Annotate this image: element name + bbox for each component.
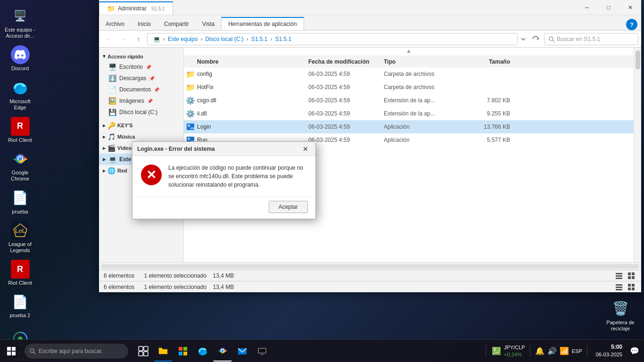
taskbar-tv[interactable] (253, 341, 272, 362)
taskbar-divider3 (587, 346, 587, 357)
dialog-overlay: Login.exe - Error del sistema ✕ ✕ La eje… (0, 0, 644, 362)
language-indicator[interactable]: ESP (572, 348, 582, 354)
svg-rect-33 (12, 352, 16, 355)
svg-line-35 (33, 352, 35, 354)
taskbar-task-view[interactable] (134, 341, 153, 362)
taskbar-chrome[interactable] (213, 341, 232, 362)
svg-rect-40 (179, 347, 182, 351)
sys-tray: 💹 JPY/CLP +0,24% 🔔 🔊 📶 ESP (492, 344, 589, 358)
notifications-icon[interactable]: 🔔 (535, 346, 545, 355)
svg-rect-41 (183, 347, 187, 351)
taskbar-clock[interactable]: 5:00 06-03-2025 (593, 343, 625, 358)
svg-rect-42 (179, 352, 182, 355)
currency-label[interactable]: JPY/CLP +0,24% (504, 344, 525, 358)
svg-rect-31 (12, 347, 16, 351)
taskbar-file-explorer[interactable] (154, 341, 173, 362)
dialog-close-button[interactable]: ✕ (300, 144, 311, 154)
svg-point-34 (30, 349, 34, 353)
svg-rect-50 (259, 349, 265, 353)
taskbar-search[interactable]: Escribe aquí para buscar. (25, 344, 128, 359)
svg-rect-32 (7, 352, 11, 355)
dialog-titlebar: Login.exe - Error del sistema ✕ (132, 142, 315, 156)
taskbar-divider (486, 346, 486, 357)
dialog-accept-button[interactable]: Aceptar (269, 201, 308, 213)
currency-indicator[interactable]: 💹 (492, 346, 501, 355)
taskbar-divider2 (530, 346, 530, 357)
network-icon[interactable]: 📶 (560, 346, 569, 355)
dialog-message: La ejecución de código no puede continua… (168, 164, 308, 189)
svg-rect-36 (139, 346, 143, 351)
volume-icon[interactable]: 🔊 (547, 346, 557, 355)
svg-rect-38 (139, 352, 143, 356)
taskbar-mail[interactable] (233, 341, 252, 362)
start-button[interactable] (0, 340, 23, 362)
taskbar-right: 💹 JPY/CLP +0,24% 🔔 🔊 📶 ESP 5:00 06-03-20… (484, 341, 644, 362)
taskbar-edge[interactable] (193, 341, 212, 362)
dialog-body: ✕ La ejecución de código no puede contin… (132, 156, 315, 197)
dialog-title: Login.exe - Error del sistema (137, 146, 215, 152)
svg-rect-30 (7, 347, 11, 351)
svg-rect-37 (144, 346, 148, 351)
taskbar-pinned-icons (134, 341, 272, 362)
svg-point-47 (222, 349, 224, 352)
error-icon-container: ✕ (140, 164, 163, 186)
dialog-footer: Aceptar (132, 197, 315, 219)
error-dialog: Login.exe - Error del sistema ✕ ✕ La eje… (132, 141, 316, 219)
notification-center-button[interactable]: 💬 (629, 341, 640, 362)
desktop: 🖥️ Este equipo -Acceso dir... Discord Mi… (0, 0, 644, 362)
svg-rect-43 (183, 352, 187, 355)
svg-rect-39 (144, 352, 148, 356)
taskbar-search-placeholder: Escribe aquí para buscar. (39, 348, 103, 354)
svg-rect-51 (261, 354, 264, 355)
taskbar: Escribe aquí para buscar. (0, 339, 644, 362)
error-circle-icon: ✕ (141, 165, 162, 185)
taskbar-store[interactable] (173, 341, 192, 362)
